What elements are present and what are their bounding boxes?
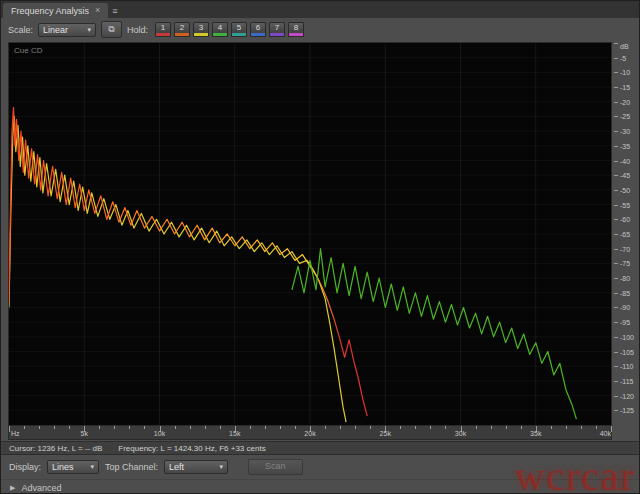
db-tick-label: -85 (620, 290, 630, 297)
db-tick (614, 87, 618, 88)
freq-tick (581, 426, 582, 429)
display-label: Display: (9, 462, 41, 472)
db-tick (614, 116, 618, 117)
hold-button-label: 7 (269, 22, 285, 33)
copy-snapshot-button[interactable]: ⧉ (101, 21, 122, 38)
hold-color-swatch (269, 33, 285, 37)
db-tick (614, 322, 618, 323)
db-tick-label: -70 (620, 246, 630, 253)
db-tick-label: -35 (620, 143, 630, 150)
series-held-spectrum (292, 249, 577, 419)
freq-tick-label: Hz (11, 430, 20, 437)
freq-tick (506, 426, 507, 429)
spectrum-plot[interactable]: Cue CD (9, 43, 611, 425)
db-tick (614, 337, 618, 338)
db-tick-label: -40 (620, 158, 630, 165)
scan-button[interactable]: Scan (248, 459, 303, 475)
hold-button-8[interactable]: 8 (288, 22, 304, 37)
db-tick (614, 146, 618, 147)
db-tick (614, 293, 618, 294)
db-tick (614, 131, 618, 132)
db-tick-label: -75 (620, 260, 630, 267)
hold-color-swatch (193, 33, 209, 37)
db-tick (614, 410, 618, 411)
freq-tick-label: 40k (600, 430, 611, 437)
top-channel-dropdown[interactable]: Left ▾ (164, 460, 228, 474)
chevron-down-icon: ▾ (91, 463, 95, 471)
chevron-down-icon: ▾ (88, 26, 92, 34)
panel-tab-bar: Frequency Analysis × ≡ (1, 1, 639, 19)
hold-button-label: 5 (231, 22, 247, 33)
db-tick-label: -45 (620, 172, 630, 179)
hold-color-swatch (231, 33, 247, 37)
advanced-label: Advanced (21, 483, 61, 493)
freq-tick (445, 426, 446, 429)
hold-color-swatch (212, 33, 228, 37)
freq-tick (250, 426, 251, 429)
display-dropdown[interactable]: Lines ▾ (47, 460, 99, 474)
db-tick-label: -30 (620, 128, 630, 135)
hold-button-2[interactable]: 2 (174, 22, 190, 37)
hold-button-label: 1 (155, 22, 171, 33)
chevron-down-icon: ▾ (220, 463, 224, 471)
freq-tick (280, 426, 281, 429)
db-tick (614, 175, 618, 176)
hold-button-label: 2 (174, 22, 190, 33)
db-tick-label: -20 (620, 99, 630, 106)
db-tick (614, 381, 618, 382)
db-tick-label: -5 (620, 55, 626, 62)
controls-bar: Display: Lines ▾ Top Channel: Left ▾ Sca… (1, 457, 640, 477)
db-tick (614, 249, 618, 250)
freq-tick (99, 426, 100, 429)
hold-button-label: 8 (288, 22, 304, 33)
db-tick (614, 234, 618, 235)
db-tick (614, 278, 618, 279)
freq-tick (370, 426, 371, 429)
hold-button-5[interactable]: 5 (231, 22, 247, 37)
toolbar: Scale: Linear ▾ ⧉ Hold: 12345678 (1, 18, 639, 41)
tab-frequency-analysis[interactable]: Frequency Analysis × (3, 3, 108, 18)
plot-corner-label: Cue CD (14, 46, 42, 55)
db-tick-label: -15 (620, 84, 630, 91)
db-tick (614, 352, 618, 353)
freq-tick (129, 426, 130, 429)
scale-dropdown[interactable]: Linear ▾ (38, 23, 96, 37)
hold-button-6[interactable]: 6 (250, 22, 266, 37)
db-axis: dB-5-10-15-20-25-30-35-40-45-50-55-60-65… (614, 43, 640, 443)
db-tick (614, 58, 618, 59)
top-channel-dropdown-value: Left (169, 462, 184, 472)
freq-tick (611, 426, 612, 432)
display-dropdown-value: Lines (52, 462, 74, 472)
freq-tick (144, 426, 145, 429)
db-tick-label: -60 (620, 216, 630, 223)
hold-color-swatch (250, 33, 266, 37)
tab-close-icon[interactable]: × (95, 6, 100, 15)
tab-label: Frequency Analysis (11, 6, 89, 16)
hold-button-4[interactable]: 4 (212, 22, 228, 37)
db-tick (614, 396, 618, 397)
freq-tick (9, 426, 10, 432)
hold-color-swatch (155, 33, 171, 37)
db-tick-label: -10 (620, 69, 630, 76)
freq-tick-label: 35k (530, 430, 541, 437)
copy-icon: ⧉ (108, 24, 114, 35)
panel-menu-icon[interactable]: ≡ (108, 3, 121, 18)
db-tick-label: -55 (620, 202, 630, 209)
freq-tick (325, 426, 326, 429)
freq-tick (491, 426, 492, 429)
db-tick-label: -25 (620, 113, 630, 120)
hold-button-label: 6 (250, 22, 266, 33)
top-channel-label: Top Channel: (105, 462, 158, 472)
db-tick-label: -65 (620, 231, 630, 238)
freq-tick (566, 426, 567, 429)
hold-button-1[interactable]: 1 (155, 22, 171, 37)
hold-button-7[interactable]: 7 (269, 22, 285, 37)
freq-tick (69, 426, 70, 429)
freq-tick (114, 426, 115, 429)
freq-tick (476, 426, 477, 429)
db-tick-label: -80 (620, 275, 630, 282)
freq-tick (355, 426, 356, 429)
advanced-section-toggle[interactable]: ▶ Advanced (1, 479, 640, 494)
hold-button-3[interactable]: 3 (193, 22, 209, 37)
spectrum-svg (9, 43, 611, 425)
